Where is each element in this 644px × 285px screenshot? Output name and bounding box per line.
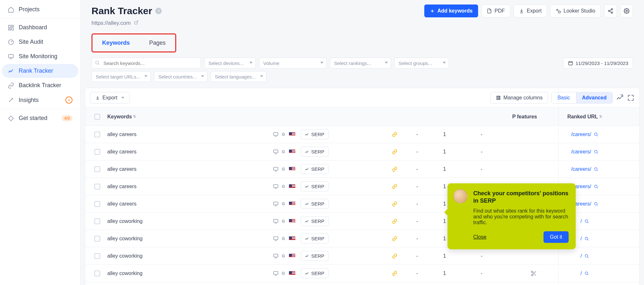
row-checkbox[interactable] [94,149,100,155]
row-checkbox[interactable] [94,184,100,189]
sort-icon[interactable]: ⇅ [133,115,136,119]
row-checkbox[interactable] [94,218,100,224]
sidebar-item-insights[interactable]: Insights ✦ [2,93,78,107]
filter-devices[interactable]: Select devices... [204,58,256,69]
url-link[interactable]: / [581,271,582,276]
trend-icon [305,202,309,206]
row-checkbox[interactable] [94,236,100,242]
sidebar-item-rank-tracker[interactable]: Rank Tracker [2,64,78,78]
sidebar-item-dashboard[interactable]: Dashboard [2,21,78,34]
sidebar-item-site-monitoring[interactable]: Site Monitoring [2,50,78,63]
us-flag-icon [289,202,295,206]
url-link[interactable]: /careers/ [571,149,591,155]
sidebar-item-site-audit[interactable]: Site Audit [2,35,78,49]
tab-keywords[interactable]: Keywords [92,34,139,51]
serp-button[interactable]: SERP [301,147,329,157]
sort-icon[interactable]: ⇅ [599,115,602,119]
keyword-cell[interactable]: alley careers G [105,166,298,172]
date-range[interactable]: 11/29/2023 - 11/29/2023 [563,58,633,69]
sidebar-label: Projects [19,6,40,13]
search-input[interactable] [91,58,201,69]
ranked-url-cell[interactable]: / [540,271,630,276]
magnify-icon[interactable] [594,202,598,206]
keyword-cell[interactable]: alley coworking G [105,271,298,276]
add-keywords-button[interactable]: ＋ Add keywords [424,5,478,17]
row-checkbox[interactable] [94,253,100,259]
scissors-icon[interactable] [531,270,537,277]
url-link[interactable]: / [581,253,582,259]
sidebar-item-projects[interactable]: Projects [2,3,78,16]
svg-point-28 [594,185,597,188]
svg-rect-13 [569,61,572,65]
settings-button[interactable] [620,5,633,17]
keyword-text: alley careers [107,166,137,172]
filter-volume[interactable]: Volume [259,58,327,69]
filter-target-urls[interactable]: Select target URLs... [91,71,151,82]
serp-button[interactable]: SERP [301,251,329,261]
filter-rankings[interactable]: Select rankings... [330,58,391,69]
ranked-url-cell[interactable]: /careers/ [540,149,630,155]
select-all-checkbox[interactable] [94,114,100,120]
dash-cell: - [408,166,427,172]
sidebar-item-backlink-tracker[interactable]: Backlink Tracker [2,78,78,92]
keyword-cell[interactable]: alley careers G [105,132,298,137]
toggle-basic[interactable]: Basic [552,92,576,103]
magnify-icon[interactable] [584,219,589,224]
url-link[interactable]: /careers/ [571,166,591,172]
svg-point-40 [585,254,588,257]
url-link[interactable]: / [581,236,582,242]
share-button[interactable] [604,5,617,17]
serp-button[interactable]: SERP [301,268,329,278]
toggle-advanced[interactable]: Advanced [576,92,612,103]
magnify-icon[interactable] [594,184,598,189]
keyword-cell[interactable]: alley careers G [105,201,298,207]
serp-button[interactable]: SERP [301,164,329,174]
keyword-cell[interactable]: alley coworking G [105,218,298,224]
site-url[interactable]: https://alley.com [91,20,131,26]
popover-gotit-button[interactable]: Got it [543,231,569,243]
row-checkbox[interactable] [94,132,100,137]
chart-fullscreen-icon[interactable] [616,94,624,102]
magnify-icon[interactable] [594,132,598,137]
keyword-cell[interactable]: alley careers G [105,149,298,155]
pdf-button[interactable]: PDF [481,5,510,17]
manage-columns-button[interactable]: Manage columns [490,92,548,104]
filter-groups[interactable]: Select groups... [394,58,449,69]
serp-button[interactable]: SERP [301,129,329,139]
rank-cell: 1 [427,132,462,137]
row-checkbox[interactable] [94,271,100,276]
sidebar-item-get-started[interactable]: Get started 4/6 [2,111,78,125]
desktop-icon [273,201,279,207]
row-checkbox[interactable] [94,201,100,207]
serp-button[interactable]: SERP [301,199,329,209]
help-icon[interactable]: ? [155,8,162,14]
filter-countries[interactable]: Select countries... [154,71,207,82]
external-link-icon[interactable] [134,20,139,26]
ranked-url-cell[interactable]: / [540,253,630,259]
filter-languages[interactable]: Select languages... [211,71,267,82]
tab-pages[interactable]: Pages [139,34,175,51]
url-link[interactable]: / [581,218,582,224]
looker-button[interactable]: Looker Studio [550,5,601,17]
ranked-url-cell[interactable]: /careers/ [540,166,630,172]
serp-button[interactable]: SERP [301,181,329,191]
expand-icon[interactable] [627,94,635,102]
ranked-url-cell[interactable]: /careers/ [540,132,630,137]
magnify-icon[interactable] [584,236,589,241]
table-export-button[interactable]: Export [90,92,130,104]
popover-close[interactable]: Close [473,234,486,240]
url-link[interactable]: /careers/ [571,132,591,137]
row-checkbox[interactable] [94,166,100,172]
serp-button[interactable]: SERP [301,216,329,226]
serp-button[interactable]: SERP [301,234,329,244]
magnify-icon[interactable] [584,271,589,276]
keyword-cell[interactable]: alley coworking G [105,236,298,242]
keyword-cell[interactable]: alley careers G [105,184,298,189]
keyword-cell[interactable]: alley coworking G [105,253,298,259]
magnify-icon[interactable] [594,150,598,154]
dash-cell: - [408,236,427,242]
magnify-icon[interactable] [594,167,598,171]
export-button[interactable]: Export [514,5,547,17]
magnify-icon[interactable] [584,254,589,258]
search-keywords-field[interactable] [91,58,201,69]
